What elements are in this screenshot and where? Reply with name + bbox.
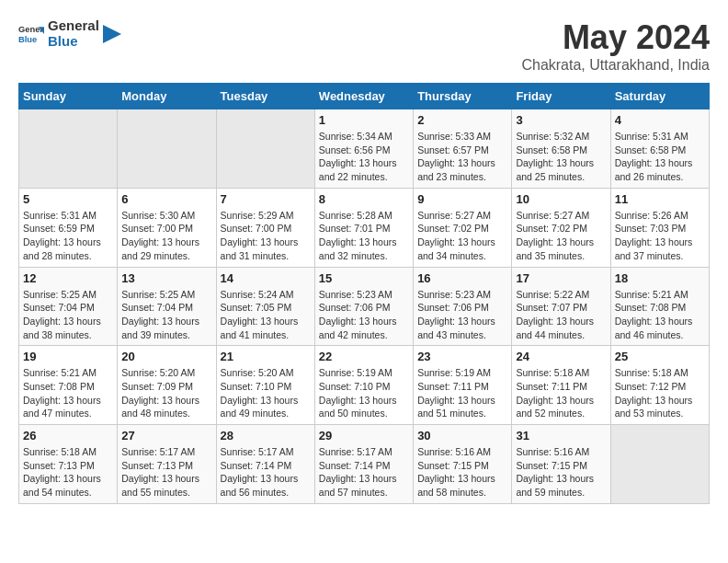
calendar-cell: 25Sunrise: 5:18 AMSunset: 7:12 PMDayligh…	[610, 346, 709, 425]
day-info: Sunrise: 5:29 AMSunset: 7:00 PMDaylight:…	[221, 209, 311, 263]
weekday-header-sunday: Sunday	[19, 84, 118, 109]
weekday-header-tuesday: Tuesday	[216, 84, 314, 109]
day-number: 17	[516, 271, 606, 285]
day-number: 5	[23, 192, 113, 206]
day-info: Sunrise: 5:18 AMSunset: 7:11 PMDaylight:…	[516, 366, 606, 420]
day-number: 21	[221, 350, 311, 363]
calendar-cell: 20Sunrise: 5:20 AMSunset: 7:09 PMDayligh…	[118, 346, 216, 425]
day-number: 22	[319, 350, 409, 363]
day-number: 30	[417, 429, 507, 442]
day-number: 23	[417, 350, 507, 363]
day-number: 15	[319, 271, 409, 285]
calendar-cell: 17Sunrise: 5:22 AMSunset: 7:07 PMDayligh…	[512, 267, 610, 346]
calendar-cell: 18Sunrise: 5:21 AMSunset: 7:08 PMDayligh…	[610, 267, 709, 346]
day-info: Sunrise: 5:17 AMSunset: 7:14 PMDaylight:…	[319, 445, 409, 500]
calendar-cell: 11Sunrise: 5:26 AMSunset: 7:03 PMDayligh…	[610, 188, 709, 267]
calendar-cell: 1Sunrise: 5:34 AMSunset: 6:56 PMDaylight…	[314, 109, 413, 189]
calendar-cell: 4Sunrise: 5:31 AMSunset: 6:58 PMDaylight…	[610, 109, 709, 189]
day-info: Sunrise: 5:18 AMSunset: 7:12 PMDaylight:…	[615, 366, 705, 420]
calendar-cell: 24Sunrise: 5:18 AMSunset: 7:11 PMDayligh…	[512, 346, 610, 425]
week-row-5: 26Sunrise: 5:18 AMSunset: 7:13 PMDayligh…	[19, 425, 710, 504]
calendar-cell	[216, 109, 314, 189]
calendar-cell: 23Sunrise: 5:19 AMSunset: 7:11 PMDayligh…	[414, 346, 512, 425]
day-info: Sunrise: 5:31 AMSunset: 6:59 PMDaylight:…	[23, 209, 113, 263]
weekday-header-saturday: Saturday	[610, 84, 709, 109]
logo-arrow-icon	[103, 25, 121, 43]
week-row-4: 19Sunrise: 5:21 AMSunset: 7:08 PMDayligh…	[19, 346, 710, 425]
logo-icon: General Blue	[18, 21, 44, 47]
day-number: 26	[23, 429, 113, 442]
day-info: Sunrise: 5:34 AMSunset: 6:56 PMDaylight:…	[319, 130, 409, 184]
calendar-cell: 29Sunrise: 5:17 AMSunset: 7:14 PMDayligh…	[314, 425, 413, 504]
day-info: Sunrise: 5:19 AMSunset: 7:11 PMDaylight:…	[417, 366, 507, 420]
day-number: 19	[23, 350, 113, 363]
day-info: Sunrise: 5:27 AMSunset: 7:02 PMDaylight:…	[417, 209, 507, 263]
day-number: 2	[417, 113, 507, 127]
day-info: Sunrise: 5:21 AMSunset: 7:08 PMDaylight:…	[615, 288, 705, 342]
day-info: Sunrise: 5:17 AMSunset: 7:14 PMDaylight:…	[221, 445, 311, 500]
day-info: Sunrise: 5:16 AMSunset: 7:15 PMDaylight:…	[417, 445, 507, 500]
page-title: May 2024	[521, 18, 710, 57]
calendar-cell: 9Sunrise: 5:27 AMSunset: 7:02 PMDaylight…	[414, 188, 512, 267]
week-row-2: 5Sunrise: 5:31 AMSunset: 6:59 PMDaylight…	[19, 188, 710, 267]
calendar-cell: 5Sunrise: 5:31 AMSunset: 6:59 PMDaylight…	[19, 188, 118, 267]
calendar-cell: 21Sunrise: 5:20 AMSunset: 7:10 PMDayligh…	[216, 346, 314, 425]
day-number: 20	[121, 350, 211, 363]
calendar-cell: 2Sunrise: 5:33 AMSunset: 6:57 PMDaylight…	[414, 109, 512, 189]
svg-text:General: General	[18, 25, 44, 34]
calendar-cell: 8Sunrise: 5:28 AMSunset: 7:01 PMDaylight…	[314, 188, 413, 267]
calendar-cell: 14Sunrise: 5:24 AMSunset: 7:05 PMDayligh…	[216, 267, 314, 346]
calendar-cell: 3Sunrise: 5:32 AMSunset: 6:58 PMDaylight…	[512, 109, 610, 189]
day-info: Sunrise: 5:31 AMSunset: 6:58 PMDaylight:…	[615, 130, 705, 184]
day-info: Sunrise: 5:17 AMSunset: 7:13 PMDaylight:…	[121, 445, 211, 500]
calendar-cell: 22Sunrise: 5:19 AMSunset: 7:10 PMDayligh…	[314, 346, 413, 425]
day-number: 27	[121, 429, 211, 442]
day-number: 9	[417, 192, 507, 206]
calendar-cell: 16Sunrise: 5:23 AMSunset: 7:06 PMDayligh…	[414, 267, 512, 346]
day-info: Sunrise: 5:28 AMSunset: 7:01 PMDaylight:…	[319, 209, 409, 263]
day-number: 31	[516, 429, 606, 442]
calendar-cell	[610, 425, 709, 504]
logo-blue: Blue	[48, 33, 78, 49]
weekday-header-thursday: Thursday	[414, 84, 512, 109]
day-info: Sunrise: 5:25 AMSunset: 7:04 PMDaylight:…	[121, 288, 211, 342]
calendar-cell	[19, 109, 118, 189]
weekday-header-monday: Monday	[118, 84, 216, 109]
day-number: 12	[23, 271, 113, 285]
title-area: May 2024 Chakrata, Uttarakhand, India	[521, 18, 710, 74]
calendar-cell	[118, 109, 216, 189]
day-info: Sunrise: 5:25 AMSunset: 7:04 PMDaylight:…	[23, 288, 113, 342]
day-info: Sunrise: 5:19 AMSunset: 7:10 PMDaylight:…	[319, 366, 409, 420]
day-number: 6	[121, 192, 211, 206]
day-info: Sunrise: 5:24 AMSunset: 7:05 PMDaylight:…	[221, 288, 311, 342]
calendar-cell: 10Sunrise: 5:27 AMSunset: 7:02 PMDayligh…	[512, 188, 610, 267]
day-number: 16	[417, 271, 507, 285]
day-info: Sunrise: 5:30 AMSunset: 7:00 PMDaylight:…	[121, 209, 211, 263]
calendar-cell: 19Sunrise: 5:21 AMSunset: 7:08 PMDayligh…	[19, 346, 118, 425]
day-number: 4	[615, 113, 705, 127]
weekday-header-friday: Friday	[512, 84, 610, 109]
day-number: 13	[121, 271, 211, 285]
calendar-cell: 27Sunrise: 5:17 AMSunset: 7:13 PMDayligh…	[118, 425, 216, 504]
page-subtitle: Chakrata, Uttarakhand, India	[521, 57, 710, 74]
calendar-cell: 6Sunrise: 5:30 AMSunset: 7:00 PMDaylight…	[118, 188, 216, 267]
calendar-cell: 12Sunrise: 5:25 AMSunset: 7:04 PMDayligh…	[19, 267, 118, 346]
svg-text:Blue: Blue	[18, 35, 37, 44]
header-area: General Blue General Blue May 2024 Chakr…	[18, 18, 710, 74]
day-info: Sunrise: 5:32 AMSunset: 6:58 PMDaylight:…	[516, 130, 606, 184]
day-number: 11	[615, 192, 705, 206]
logo: General Blue General Blue	[18, 18, 121, 49]
day-info: Sunrise: 5:21 AMSunset: 7:08 PMDaylight:…	[23, 366, 113, 420]
calendar-cell: 13Sunrise: 5:25 AMSunset: 7:04 PMDayligh…	[118, 267, 216, 346]
day-info: Sunrise: 5:20 AMSunset: 7:09 PMDaylight:…	[121, 366, 211, 420]
calendar-cell: 26Sunrise: 5:18 AMSunset: 7:13 PMDayligh…	[19, 425, 118, 504]
calendar-cell: 28Sunrise: 5:17 AMSunset: 7:14 PMDayligh…	[216, 425, 314, 504]
day-number: 3	[516, 113, 606, 127]
calendar-table: SundayMondayTuesdayWednesdayThursdayFrid…	[18, 83, 710, 504]
day-number: 14	[221, 271, 311, 285]
day-info: Sunrise: 5:33 AMSunset: 6:57 PMDaylight:…	[417, 130, 507, 184]
day-info: Sunrise: 5:23 AMSunset: 7:06 PMDaylight:…	[417, 288, 507, 342]
calendar-cell: 31Sunrise: 5:16 AMSunset: 7:15 PMDayligh…	[512, 425, 610, 504]
svg-marker-3	[103, 25, 121, 43]
day-info: Sunrise: 5:23 AMSunset: 7:06 PMDaylight:…	[319, 288, 409, 342]
